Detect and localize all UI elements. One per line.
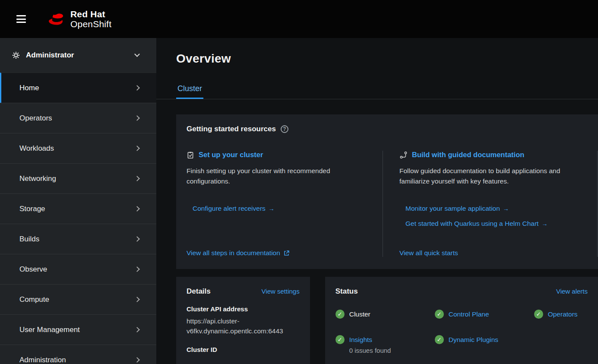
chevron-right-icon <box>134 115 140 121</box>
hamburger-icon <box>16 15 26 23</box>
getting-started-section-setup: Set up your cluster Finish setting up yo… <box>187 151 383 257</box>
check-circle-icon: ✓ <box>534 310 543 319</box>
sidebar-item-networking[interactable]: Networking <box>0 163 156 193</box>
insights-link[interactable]: Insights <box>349 336 372 343</box>
check-circle-icon: ✓ <box>435 335 444 344</box>
sidebar-item-label: Administration <box>19 356 66 364</box>
clipboard-check-icon <box>187 151 194 159</box>
chevron-right-icon <box>134 327 140 332</box>
product-name: OpenShift <box>70 19 111 29</box>
arrow-right-icon: → <box>541 220 547 227</box>
brand-name: Red Hat <box>70 9 111 19</box>
view-settings-link[interactable]: View settings <box>262 288 300 295</box>
check-circle-icon: ✓ <box>435 310 444 319</box>
sidebar-item-observe[interactable]: Observe <box>0 254 156 284</box>
build-guided-docs-link[interactable]: Build with guided documentation <box>399 151 580 159</box>
check-circle-icon: ✓ <box>335 335 345 344</box>
sidebar-nav: Administrator Home Operators Workloads N… <box>0 38 156 364</box>
chevron-right-icon <box>134 146 140 151</box>
sidebar-item-operators[interactable]: Operators <box>0 103 156 133</box>
tab-cluster[interactable]: Cluster <box>176 79 203 99</box>
chevron-right-icon <box>134 85 140 91</box>
cluster-api-address-value: https://api.cluster-v6fkv.dynamic.opentl… <box>187 316 300 336</box>
getting-started-title: Getting started resources <box>187 125 276 133</box>
quarkus-helm-chart-link[interactable]: Get started with Quarkus using a Helm Ch… <box>405 220 580 228</box>
sidebar-item-label: Storage <box>19 205 45 213</box>
sidebar-item-user-management[interactable]: User Management <box>0 314 156 345</box>
status-item-insights: ✓ Insights 0 issues found <box>335 336 435 354</box>
sidebar-item-label: User Management <box>19 326 80 334</box>
tab-bar: Cluster <box>156 79 598 99</box>
getting-started-columns: Set up your cluster Finish setting up yo… <box>187 151 598 257</box>
view-all-steps-link[interactable]: View all steps in documentation <box>187 249 365 257</box>
gear-icon <box>12 51 20 59</box>
arrow-right-icon: → <box>269 205 275 212</box>
external-link-icon <box>284 250 289 256</box>
configure-alert-receivers-link[interactable]: Configure alert receivers→ <box>193 205 365 212</box>
redhat-logo-icon <box>47 13 65 25</box>
main-content: Overview Cluster Getting started resourc… <box>156 38 598 364</box>
sidebar-item-label: Networking <box>19 174 56 183</box>
link-label: View all quick starts <box>399 249 458 257</box>
status-title: Status <box>335 287 358 296</box>
getting-started-section-guided-docs: Build with guided documentation Follow g… <box>383 151 598 257</box>
sidebar-item-label: Compute <box>19 295 49 304</box>
section-links: Configure alert receivers→ <box>187 205 365 212</box>
status-item-dynamic-plugins: ✓ Dynamic Plugins <box>435 336 534 354</box>
chevron-right-icon <box>134 357 140 363</box>
sidebar-item-label: Operators <box>19 114 52 123</box>
section-title: Build with guided documentation <box>412 151 524 159</box>
chevron-down-icon <box>134 51 140 57</box>
chevron-right-icon <box>134 297 140 302</box>
control-plane-link[interactable]: Control Plane <box>449 310 489 318</box>
status-item-control-plane: ✓ Control Plane <box>435 310 534 319</box>
cluster-id-label: Cluster ID <box>187 346 300 353</box>
overview-dashboard: Getting started resources ? Set up your … <box>156 99 598 364</box>
setup-cluster-link[interactable]: Set up your cluster <box>187 151 365 159</box>
chevron-right-icon <box>134 176 140 181</box>
chevron-right-icon <box>134 206 140 212</box>
operators-link[interactable]: Operators <box>548 310 578 318</box>
arrow-right-icon: → <box>503 205 509 212</box>
dashboard-bottom-row: Details View settings Cluster API addres… <box>176 277 598 364</box>
section-links: Monitor your sample application→ Get sta… <box>399 205 580 228</box>
sidebar-item-label: Home <box>19 84 39 92</box>
sidebar-item-label: Builds <box>19 235 39 244</box>
menu-toggle-button[interactable] <box>13 10 29 28</box>
getting-started-card: Getting started resources ? Set up your … <box>176 114 598 269</box>
details-title: Details <box>187 287 211 296</box>
sidebar-item-builds[interactable]: Builds <box>0 224 156 254</box>
details-card: Details View settings Cluster API addres… <box>176 277 310 364</box>
link-label: Get started with Quarkus using a Helm Ch… <box>405 220 538 227</box>
status-card: Status View alerts ✓ Cluster ✓ Control P… <box>325 277 598 364</box>
perspective-switcher[interactable]: Administrator <box>0 38 156 73</box>
link-label: Configure alert receivers <box>193 205 266 212</box>
masthead: Red Hat OpenShift <box>0 0 598 38</box>
section-title: Set up your cluster <box>199 151 263 159</box>
status-item-cluster: ✓ Cluster <box>335 310 435 319</box>
chevron-right-icon <box>134 236 140 242</box>
cluster-api-address-label: Cluster API address <box>187 305 300 313</box>
chevron-right-icon <box>134 266 140 272</box>
insights-issues-text: 0 issues found <box>349 347 391 354</box>
page-title: Overview <box>176 52 598 66</box>
link-label: View all steps in documentation <box>187 249 280 257</box>
section-description: Finish setting up your cluster with reco… <box>187 166 351 187</box>
sidebar-item-compute[interactable]: Compute <box>0 284 156 314</box>
sidebar-item-label: Observe <box>19 265 47 274</box>
view-all-quick-starts-link[interactable]: View all quick starts <box>399 249 580 257</box>
monitor-sample-app-link[interactable]: Monitor your sample application→ <box>405 205 580 212</box>
link-label: Monitor your sample application <box>405 205 500 212</box>
cluster-status-label: Cluster <box>349 310 370 318</box>
sidebar-item-storage[interactable]: Storage <box>0 193 156 224</box>
sidebar-item-home[interactable]: Home <box>0 73 156 103</box>
sidebar-item-workloads[interactable]: Workloads <box>0 133 156 163</box>
view-alerts-link[interactable]: View alerts <box>556 288 588 295</box>
check-circle-icon: ✓ <box>335 310 345 319</box>
help-icon[interactable]: ? <box>281 125 288 133</box>
sidebar-item-administration[interactable]: Administration <box>0 345 156 364</box>
status-item-operators: ✓ Operators <box>534 310 588 319</box>
redhat-openshift-logo: Red Hat OpenShift <box>47 9 111 29</box>
dynamic-plugins-link[interactable]: Dynamic Plugins <box>449 336 498 343</box>
perspective-label: Administrator <box>26 51 74 60</box>
